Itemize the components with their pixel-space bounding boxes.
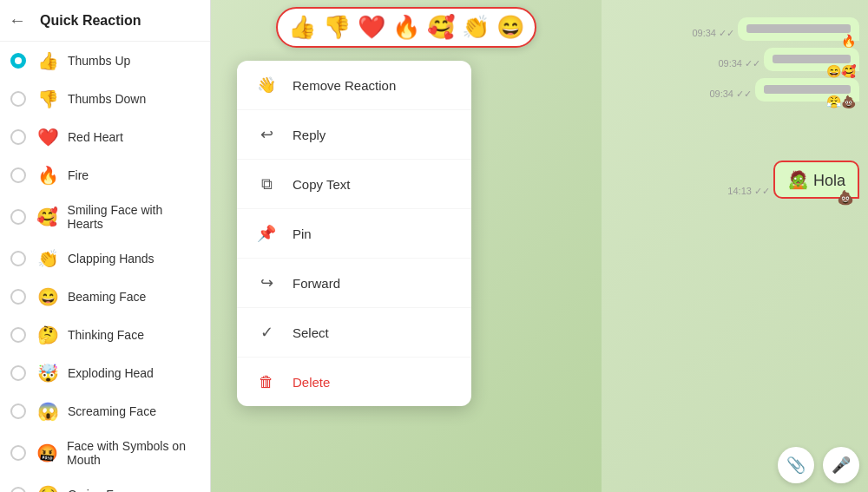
reaction-emoji-thumbs-down: 👎 — [36, 89, 59, 109]
reaction-name-red-heart: Red Heart — [68, 130, 123, 144]
attach-icon: 📎 — [786, 456, 806, 475]
hola-avatar: 🧟 — [787, 170, 809, 189]
quick-emoji-3[interactable]: 🔥 — [392, 14, 420, 41]
reaction-radio-red-heart — [10, 129, 26, 145]
quick-emoji-5[interactable]: 👏 — [462, 14, 490, 41]
msg-text-msg3 — [764, 85, 851, 94]
reaction-name-face-symbols-mouth: Face with Symbols on Mouth — [67, 439, 200, 467]
reaction-item-thumbs-down[interactable]: 👎 Thumbs Down — [0, 80, 210, 118]
menu-label-reply: Reply — [293, 128, 326, 142]
reaction-item-crying-face[interactable]: 😢 Crying Face — [0, 476, 210, 492]
reaction-item-clapping-hands[interactable]: 👏 Clapping Hands — [0, 239, 210, 278]
menu-label-pin: Pin — [293, 226, 312, 241]
msg-bubble-msg2[interactable]: 😄🥰 — [764, 48, 859, 71]
menu-icon-delete: 🗑 — [254, 370, 279, 394]
reaction-radio-fire — [10, 167, 26, 183]
reaction-radio-thumbs-down — [10, 91, 26, 107]
reaction-name-crying-face: Crying Face — [68, 488, 133, 492]
reaction-item-screaming-face[interactable]: 😱 Screaming Face — [0, 392, 210, 430]
menu-item-forward[interactable]: ↪ Forward — [237, 259, 471, 308]
reaction-name-fire: Fire — [68, 168, 89, 182]
menu-label-select: Select — [293, 325, 329, 340]
reaction-item-beaming-face[interactable]: 😄 Beaming Face — [0, 278, 210, 316]
reaction-radio-screaming-face — [10, 403, 26, 419]
attach-button[interactable]: 📎 — [778, 447, 814, 483]
reaction-list: 👍 Thumbs Up 👎 Thumbs Down ❤️ Red Heart 🔥… — [0, 42, 210, 492]
reaction-emoji-clapping-hands: 👏 — [36, 248, 59, 269]
reaction-item-thinking-face[interactable]: 🤔 Thinking Face — [0, 316, 210, 354]
msg-row-msg2: 09:34 ✓✓ 😄🥰 — [610, 48, 859, 71]
menu-item-select[interactable]: ✓ Select — [237, 308, 471, 358]
msg-text-msg2 — [773, 55, 851, 63]
right-chat-area: 09:34 ✓✓ 🔥 09:34 ✓✓ 😄🥰 09:34 ✓✓ 😤💩 14:13… — [602, 9, 868, 207]
reaction-emoji-smiling-hearts: 🥰 — [36, 207, 59, 227]
reaction-radio-thumbs-up — [10, 53, 26, 69]
mic-button[interactable]: 🎤 — [823, 447, 859, 483]
reaction-emoji-thumbs-up: 👍 — [36, 50, 59, 71]
quick-emoji-2[interactable]: ❤️ — [358, 14, 385, 41]
reaction-radio-exploding-head — [10, 365, 26, 381]
reaction-radio-crying-face — [10, 487, 26, 492]
msg-time-msg3: 09:34 ✓✓ — [709, 89, 752, 102]
hola-time: 14:13 ✓✓ — [727, 186, 770, 199]
reaction-emoji-fire: 🔥 — [36, 165, 59, 186]
menu-label-copy-text: Copy Text — [293, 177, 350, 192]
msg-bubble-msg3[interactable]: 😤💩 — [755, 78, 859, 102]
msg-row-msg3: 09:34 ✓✓ 😤💩 — [610, 78, 859, 102]
reaction-name-screaming-face: Screaming Face — [68, 404, 156, 418]
hola-reaction: 💩 — [837, 189, 854, 206]
msg-bubble-msg1[interactable]: 🔥 — [738, 17, 859, 41]
reaction-radio-face-symbols-mouth — [10, 445, 26, 461]
reaction-radio-thinking-face — [10, 327, 26, 343]
hola-msg-row: 14:13 ✓✓ 🧟 Hola 💩 — [610, 161, 859, 199]
reaction-name-thinking-face: Thinking Face — [68, 328, 144, 342]
menu-item-remove-reaction[interactable]: 👋 Remove Reaction — [237, 61, 471, 110]
quick-emoji-1[interactable]: 👎 — [323, 14, 351, 41]
quick-emoji-6[interactable]: 😄 — [496, 14, 524, 41]
menu-icon-remove-reaction: 👋 — [254, 73, 279, 97]
left-header: ← Quick Reaction — [0, 0, 210, 42]
menu-item-copy-text[interactable]: ⧉ Copy Text — [237, 160, 471, 209]
reaction-name-thumbs-up: Thumbs Up — [68, 54, 130, 68]
reaction-item-thumbs-up[interactable]: 👍 Thumbs Up — [0, 42, 210, 80]
menu-label-forward: Forward — [293, 276, 340, 291]
reaction-item-fire[interactable]: 🔥 Fire — [0, 156, 210, 194]
reaction-name-clapping-hands: Clapping Hands — [68, 252, 155, 266]
quick-reaction-bar: 👍👎❤️🔥🥰👏😄 — [276, 7, 536, 48]
reaction-item-smiling-hearts[interactable]: 🥰 Smiling Face with Hearts — [0, 194, 210, 239]
msg-reaction-msg3: 😤💩 — [826, 95, 856, 108]
msg-reaction-msg2: 😄🥰 — [826, 64, 856, 78]
middle-panel: 👍👎❤️🔥🥰👏😄 👋 Remove Reaction ↩ Reply ⧉ Cop… — [211, 0, 602, 492]
msg-row-msg1: 09:34 ✓✓ 🔥 — [610, 17, 859, 41]
reaction-emoji-face-symbols-mouth: 🤬 — [36, 443, 58, 463]
reaction-emoji-thinking-face: 🤔 — [36, 325, 59, 345]
menu-item-delete[interactable]: 🗑 Delete — [237, 358, 471, 406]
reaction-name-exploding-head: Exploding Head — [68, 366, 154, 380]
reaction-name-smiling-hearts: Smiling Face with Hearts — [68, 203, 200, 231]
quick-emoji-4[interactable]: 🥰 — [427, 14, 455, 41]
right-panel: 09:34 ✓✓ 🔥 09:34 ✓✓ 😄🥰 09:34 ✓✓ 😤💩 14:13… — [602, 0, 868, 492]
menu-item-pin[interactable]: 📌 Pin — [237, 209, 471, 259]
reaction-item-exploding-head[interactable]: 🤯 Exploding Head — [0, 354, 210, 392]
left-panel: ← Quick Reaction 👍 Thumbs Up 👎 Thumbs Do… — [0, 0, 211, 492]
mic-icon: 🎤 — [832, 456, 851, 475]
menu-icon-reply: ↩ — [254, 122, 279, 147]
hola-bubble[interactable]: 🧟 Hola 💩 — [773, 161, 859, 199]
msg-time-msg1: 09:34 ✓✓ — [692, 28, 734, 41]
context-menu: 👋 Remove Reaction ↩ Reply ⧉ Copy Text 📌 … — [237, 61, 471, 406]
panel-title: Quick Reaction — [40, 13, 141, 29]
reaction-emoji-red-heart: ❤️ — [36, 127, 59, 148]
back-button[interactable]: ← — [9, 10, 26, 30]
reaction-name-beaming-face: Beaming Face — [68, 290, 146, 304]
quick-emoji-0[interactable]: 👍 — [288, 14, 316, 41]
reaction-emoji-screaming-face: 😱 — [36, 401, 59, 422]
msg-time-msg2: 09:34 ✓✓ — [718, 58, 760, 71]
chat-background: 👍👎❤️🔥🥰👏😄 👋 Remove Reaction ↩ Reply ⧉ Cop… — [211, 0, 602, 492]
reaction-item-face-symbols-mouth[interactable]: 🤬 Face with Symbols on Mouth — [0, 430, 210, 476]
menu-icon-pin: 📌 — [254, 221, 279, 246]
reaction-item-red-heart[interactable]: ❤️ Red Heart — [0, 118, 210, 156]
reaction-radio-clapping-hands — [10, 251, 26, 266]
reaction-radio-smiling-hearts — [10, 209, 26, 225]
menu-item-reply[interactable]: ↩ Reply — [237, 110, 471, 160]
menu-label-remove-reaction: Remove Reaction — [293, 78, 396, 93]
